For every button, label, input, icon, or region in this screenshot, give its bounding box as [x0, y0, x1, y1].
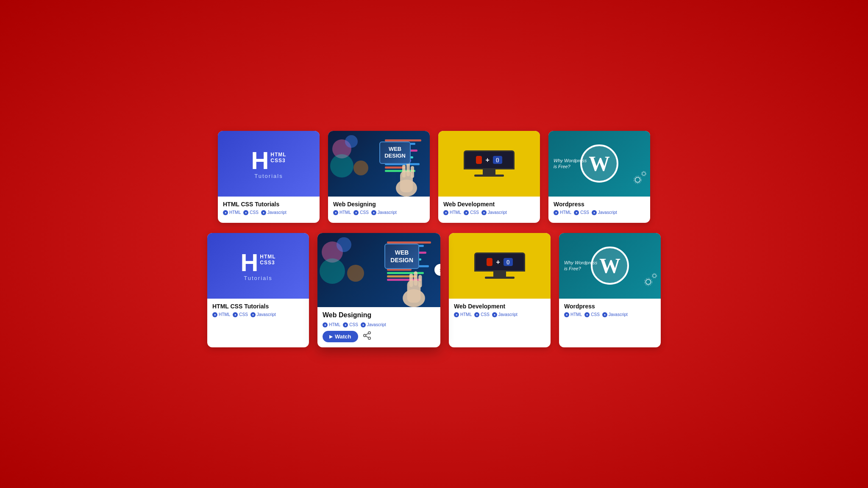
logo-html-text-2: HTML [260, 254, 275, 260]
svg-rect-4 [411, 166, 414, 178]
share-icon[interactable] [362, 331, 372, 342]
card-info-web-design-2: Web Designing ●HTML ●CSS ●Javascript ▶ W… [317, 307, 440, 347]
tag-css-wp1: ●CSS [574, 210, 589, 215]
css-tag-2: {} [504, 258, 513, 266]
web-design-badge: WEBDESIGN [379, 141, 411, 164]
wp-gear-container-1 [630, 172, 645, 189]
card-row-2: H HTML CSS3 Tutorials HTML CSS Tutorials… [207, 233, 661, 347]
tag-html-wp1: ●HTML [554, 210, 571, 215]
bokeh-3 [330, 154, 353, 177]
card-title-wordpress-2: Wordpress [564, 303, 656, 310]
logo-letter-h-2: H [240, 250, 258, 275]
tag-css-wd1: ●CSS [353, 210, 369, 215]
web-design-visual-1: WEBDESIGN [328, 131, 430, 197]
tag-css-wdv1: ●CSS [464, 210, 479, 215]
tag-css: ●CSS [243, 210, 259, 215]
card-info-web-dev-2: Web Development ●HTML ●CSS ●Javascript [449, 299, 551, 325]
bokeh-4 [353, 161, 368, 175]
monitor-icon-2: + {} [474, 252, 525, 279]
bokeh-2 [345, 135, 358, 148]
web-design-visual-2: WEBDESIGN › [317, 233, 440, 307]
card-web-design-2-expanded[interactable]: WEBDESIGN › Web Designing ●HTML ●CSS ●Ja… [317, 233, 440, 347]
card-wordpress-1[interactable]: Why Wordpress is Free? W Wordpress [548, 131, 650, 223]
tag-css-r2c3: ●CSS [474, 312, 490, 317]
wp-gear-container-2 [641, 274, 656, 291]
monitor-icon-1: + {} [464, 150, 515, 177]
web-dev-visual-2: + {} [449, 233, 551, 299]
card-thumb-web-design-1: WEBDESIGN [328, 131, 430, 197]
hand-svg-exp [398, 267, 430, 307]
wp-why-text-1: Why Wordpress is Free? [554, 158, 587, 170]
card-html-css-2[interactable]: H HTML CSS3 Tutorials HTML CSS Tutorials… [207, 233, 309, 347]
card-title-web-dev-1: Web Development [443, 201, 535, 208]
card-info-wordpress-2: Wordpress ●HTML ●CSS ●Javascript [559, 299, 661, 325]
web-dev-visual-1: + {} [438, 131, 540, 197]
tag-html-wdv1: ●HTML [443, 210, 461, 215]
card-row-1: H HTML CSS3 Tutorials HTML CSS Tutorials… [218, 131, 650, 223]
logo-html-text: HTML [270, 152, 286, 158]
card-thumb-html-css-2: H HTML CSS3 Tutorials [207, 233, 309, 299]
gear-icon-small-2 [650, 271, 659, 280]
css-tag-1: {} [493, 156, 502, 164]
watch-label: Watch [335, 333, 351, 340]
wp-visual-1: Why Wordpress is Free? W [548, 131, 650, 197]
svg-rect-12 [414, 271, 417, 286]
card-tags-web-dev-1: ●HTML ●CSS ●Javascript [443, 210, 535, 215]
tag-dot-js: ● [261, 210, 266, 215]
card-web-dev-2[interactable]: + {} Web Development ●HTML ●CSS ●Javascr… [449, 233, 551, 347]
monitor-screen-2: + {} [474, 252, 525, 272]
wp-letter-w-1: W [589, 151, 610, 176]
tag-dot-css: ● [243, 210, 248, 215]
tag-css-r2c1: ●CSS [233, 312, 248, 317]
code-line-1 [385, 139, 421, 141]
svg-rect-3 [406, 163, 410, 176]
tag-html-r2c4: ●HTML [564, 312, 582, 317]
logo-tutorials-text: Tutorials [254, 173, 283, 179]
bokeh-e3 [320, 258, 345, 284]
svg-rect-13 [418, 275, 422, 288]
bokeh-e2 [337, 237, 351, 252]
card-actions-web-design-2: ▶ Watch [323, 331, 435, 342]
svg-rect-2 [402, 165, 406, 177]
logo-css3-text-2: CSS3 [260, 260, 275, 266]
card-tags-wordpress-1: ●HTML ●CSS ●Javascript [554, 210, 645, 215]
card-html-css-1[interactable]: H HTML CSS3 Tutorials HTML CSS Tutorials… [218, 131, 320, 223]
card-tags-html-css-1: ●HTML ●CSS ●Javascript [223, 210, 314, 215]
tag-js-r2c1: ●Javascript [250, 312, 276, 317]
play-icon: ▶ [329, 334, 333, 339]
tag-dot-html: ● [223, 210, 228, 215]
card-tags-html-css-2: ●HTML ●CSS ●Javascript [212, 312, 304, 317]
card-info-wordpress-1: Wordpress ●HTML ●CSS ●Javascript [548, 197, 650, 223]
card-tags-wordpress-2: ●HTML ●CSS ●Javascript [564, 312, 656, 317]
tag-html-r2c1: ●HTML [212, 312, 230, 317]
logo-css3-text: CSS3 [270, 158, 286, 164]
card-title-html-css-2: HTML CSS Tutorials [212, 303, 304, 310]
svg-point-15 [363, 334, 366, 337]
svg-point-21 [653, 274, 656, 277]
logo-tutorials-text-2: Tutorials [244, 275, 272, 281]
wp-letter-w-2: W [599, 253, 620, 278]
bokeh-e4 [347, 265, 364, 282]
card-title-html-css-1: HTML CSS Tutorials [223, 201, 314, 208]
monitor-screen-1: + {} [464, 150, 515, 169]
html-css-logo-2: H HTML CSS3 Tutorials [240, 250, 275, 281]
tag-html-r2c2: ●HTML [323, 322, 340, 327]
card-info-html-css-1: HTML CSS Tutorials ●HTML ●CSS ●Javascrip… [218, 197, 320, 223]
card-tags-web-design-1: ●HTML ●CSS ●Javascript [333, 210, 425, 215]
card-thumb-wordpress-2: Why Wordpress is Free? W [559, 233, 661, 299]
svg-point-7 [642, 172, 645, 175]
card-web-dev-1[interactable]: + {} Web Development ●HTML ●CSS ●Javascr… [438, 131, 540, 223]
card-tags-web-dev-2: ●HTML ●CSS ●Javascript [454, 312, 545, 317]
card-web-design-1[interactable]: WEBDESIGN Web Designing ●HTML ●CSS ●Java… [328, 131, 430, 223]
svg-point-16 [368, 337, 370, 339]
tag-html: ●HTML [223, 210, 241, 215]
tag-css-r2c2: ●CSS [343, 322, 358, 327]
watch-button[interactable]: ▶ Watch [323, 331, 358, 342]
card-wordpress-2[interactable]: Why Wordpress is Free? W Wordpress [559, 233, 661, 347]
monitor-base-2 [485, 277, 515, 279]
plus-2: + [496, 258, 500, 266]
gear-icon-small-1 [639, 169, 648, 178]
html-tag-1 [476, 156, 482, 164]
card-title-wordpress-1: Wordpress [554, 201, 645, 208]
tag-js-r2c4: ●Javascript [602, 312, 628, 317]
